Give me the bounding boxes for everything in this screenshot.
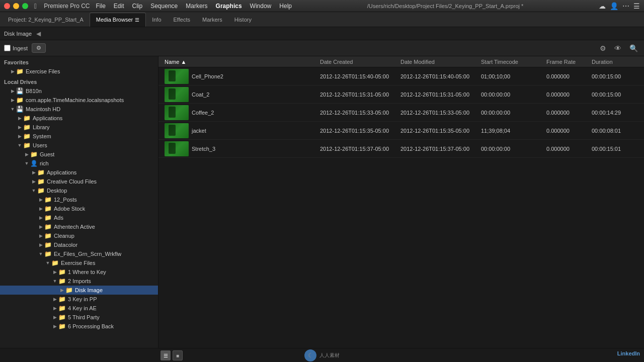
list-icon[interactable]: ☰ bbox=[633, 2, 640, 10]
menu-window[interactable]: Window bbox=[250, 3, 272, 10]
grid-view-icon[interactable]: ■ bbox=[173, 350, 183, 360]
sidebar-item-guest[interactable]: ▶ 📁 Guest bbox=[0, 150, 158, 159]
search-icon[interactable]: 🔍 bbox=[627, 43, 640, 53]
sidebar-item-ads[interactable]: ▶ 📁 Ads bbox=[0, 213, 158, 222]
expand-arrow[interactable]: ▶ bbox=[30, 179, 37, 184]
expand-arrow[interactable]: ▶ bbox=[9, 98, 16, 103]
expand-arrow[interactable]: ▼ bbox=[23, 161, 30, 166]
expand-arrow[interactable]: ▶ bbox=[51, 324, 58, 329]
sidebar-item-creative-cloud[interactable]: ▶ 📁 Creative Cloud Files bbox=[0, 177, 158, 186]
menu-edit[interactable]: Edit bbox=[114, 3, 124, 10]
col-date-modified[interactable]: Date Modified bbox=[398, 59, 479, 65]
expand-arrow[interactable]: ▶ bbox=[16, 116, 23, 121]
menu-markers[interactable]: Markers bbox=[186, 3, 207, 10]
expand-arrow[interactable]: ▶ bbox=[51, 315, 58, 320]
sidebar-item-applications[interactable]: ▶ 📁 Applications bbox=[0, 114, 158, 123]
sidebar-item-ex-files[interactable]: ▼ 📁 Ex_Files_Grn_Scrn_Wrkflw bbox=[0, 249, 158, 258]
sidebar-item-exercise-files-sub[interactable]: ▼ 📁 Exercise Files bbox=[0, 258, 158, 267]
expand-arrow[interactable]: ▼ bbox=[37, 251, 44, 256]
window-controls[interactable] bbox=[4, 3, 28, 9]
tab-markers[interactable]: Markers bbox=[196, 13, 228, 27]
expand-arrow[interactable]: ▶ bbox=[51, 297, 58, 302]
sidebar-item-rich[interactable]: ▼ 👤 rich bbox=[0, 159, 158, 168]
sidebar-item-6-processing-back[interactable]: ▶ 📁 6 Processing Back bbox=[0, 322, 158, 331]
close-button[interactable] bbox=[4, 3, 10, 9]
primary-tabbar[interactable]: Project: 2_Keying_PP_Start_A Media Brows… bbox=[0, 12, 644, 27]
expand-arrow[interactable]: ▶ bbox=[16, 125, 23, 130]
expand-arrow[interactable]: ▼ bbox=[51, 279, 58, 284]
tab-info[interactable]: Info bbox=[146, 13, 167, 27]
sidebar-item-athentech[interactable]: ▶ 📁 Athentech Active bbox=[0, 222, 158, 231]
sidebar-item-macintosh-hd[interactable]: ▼ 💾 Macintosh HD bbox=[0, 105, 158, 114]
sidebar-item-1-where-to-key[interactable]: ▶ 📁 1 Where to Key bbox=[0, 267, 158, 277]
expand-arrow[interactable]: ▼ bbox=[30, 188, 37, 193]
sidebar-item-exercise-files-fav[interactable]: ▶ 📁 Exercise Files bbox=[0, 67, 158, 76]
expand-arrow[interactable]: ▶ bbox=[9, 69, 16, 74]
tab-history[interactable]: History bbox=[228, 13, 258, 27]
expand-arrow[interactable]: ▶ bbox=[58, 288, 65, 293]
table-row[interactable]: Coffee_2 2012-12-26T01:15:33-05:00 2012-… bbox=[158, 104, 644, 122]
linkedin-link[interactable]: LinkedIn bbox=[617, 350, 640, 356]
expand-arrow[interactable]: ▶ bbox=[51, 306, 58, 311]
tab-media-browser[interactable]: Media Browser ☰ bbox=[90, 13, 146, 27]
col-frame-rate[interactable]: Frame Rate bbox=[544, 59, 590, 65]
sidebar-item-timemachine[interactable]: ▶ 📁 com.apple.TimeMachine.localsnapshots bbox=[0, 96, 158, 105]
sidebar-item-disk-image[interactable]: ▶ 📁 Disk Image bbox=[0, 286, 158, 295]
col-duration[interactable]: Duration bbox=[590, 59, 640, 65]
sidebar-item-datacolor[interactable]: ▶ 📁 Datacolor bbox=[0, 240, 158, 249]
sidebar-item-4-key-in-ae[interactable]: ▶ 📁 4 Key in AE bbox=[0, 304, 158, 313]
expand-arrow[interactable]: ▼ bbox=[9, 107, 16, 112]
tab-project[interactable]: Project: 2_Keying_PP_Start_A bbox=[2, 13, 90, 27]
nav-back-button[interactable]: ◀ bbox=[35, 30, 42, 37]
menu-sequence[interactable]: Sequence bbox=[150, 3, 178, 10]
expand-arrow[interactable]: ▼ bbox=[16, 143, 23, 148]
creative-cloud-icon[interactable]: ☁ bbox=[599, 2, 606, 10]
more-icon[interactable]: ⋯ bbox=[622, 2, 629, 10]
sidebar-item-desktop[interactable]: ▼ 📁 Desktop bbox=[0, 186, 158, 195]
sidebar-item-adobe-stock[interactable]: ▶ 📁 Adobe Stock bbox=[0, 204, 158, 213]
tab-effects[interactable]: Effects bbox=[168, 13, 196, 27]
menu-bar[interactable]: File Edit Clip Sequence Markers Graphics… bbox=[96, 3, 292, 10]
sidebar-item-library[interactable]: ▶ 📁 Library bbox=[0, 123, 158, 132]
minimize-button[interactable] bbox=[13, 3, 19, 9]
list-view-icon[interactable]: ☰ bbox=[160, 350, 171, 360]
sidebar-item-2-imports[interactable]: ▼ 📁 2 Imports bbox=[0, 277, 158, 286]
menu-graphics[interactable]: Graphics bbox=[216, 3, 242, 10]
col-date-created[interactable]: Date Created bbox=[318, 59, 398, 65]
sidebar-item-3-key-in-pp[interactable]: ▶ 📁 3 Key in PP bbox=[0, 295, 158, 304]
sidebar-item-rich-applications[interactable]: ▶ 📁 Applications bbox=[0, 168, 158, 177]
table-row[interactable]: Coat_2 2012-12-26T01:15:31-05:00 2012-12… bbox=[158, 85, 644, 104]
sidebar-item-12posts[interactable]: ▶ 📁 12_Posts bbox=[0, 195, 158, 204]
expand-arrow[interactable]: ▶ bbox=[9, 88, 16, 94]
expand-arrow[interactable]: ▶ bbox=[37, 197, 44, 202]
sidebar-item-5-third-party[interactable]: ▶ 📁 5 Third Party bbox=[0, 313, 158, 322]
expand-arrow[interactable]: ▶ bbox=[37, 233, 44, 238]
expand-arrow[interactable]: ▶ bbox=[51, 269, 58, 275]
col-start-timecode[interactable]: Start Timecode bbox=[479, 59, 544, 65]
filter-icon[interactable]: ⚙ bbox=[598, 43, 608, 53]
maximize-button[interactable] bbox=[22, 3, 28, 9]
expand-arrow[interactable]: ▶ bbox=[37, 242, 44, 247]
sidebar-item-users[interactable]: ▼ 📁 Users bbox=[0, 141, 158, 150]
expand-arrow[interactable]: ▼ bbox=[44, 260, 51, 265]
expand-arrow[interactable]: ▶ bbox=[37, 215, 44, 220]
sidebar-item-cleanup[interactable]: ▶ 📁 Cleanup bbox=[0, 231, 158, 240]
sidebar-item-system[interactable]: ▶ 📁 System bbox=[0, 132, 158, 141]
table-row[interactable]: Cell_Phone2 2012-12-26T01:15:40-05:00 20… bbox=[158, 67, 644, 85]
expand-arrow[interactable]: ▶ bbox=[37, 224, 44, 229]
col-name[interactable]: Name ▲ bbox=[163, 59, 318, 65]
ingest-checkbox[interactable]: Ingest bbox=[4, 45, 28, 51]
menu-clip[interactable]: Clip bbox=[132, 3, 143, 10]
expand-arrow[interactable]: ▶ bbox=[16, 134, 23, 139]
table-row[interactable]: jacket 2012-12-26T01:15:35-05:00 2012-12… bbox=[158, 122, 644, 140]
menu-help[interactable]: Help bbox=[279, 3, 292, 10]
expand-arrow[interactable]: ▶ bbox=[30, 170, 37, 175]
expand-arrow[interactable]: ▶ bbox=[23, 152, 30, 157]
expand-arrow[interactable]: ▶ bbox=[37, 206, 44, 211]
sidebar-item-b810n[interactable]: ▶ 💾 B810n bbox=[0, 86, 158, 96]
panel-menu-icon[interactable]: ☰ bbox=[135, 17, 139, 23]
profile-icon[interactable]: 👤 bbox=[610, 2, 618, 10]
eye-icon[interactable]: 👁 bbox=[612, 43, 623, 53]
menu-file[interactable]: File bbox=[96, 3, 105, 10]
settings-button[interactable]: ⚙ bbox=[32, 43, 46, 53]
